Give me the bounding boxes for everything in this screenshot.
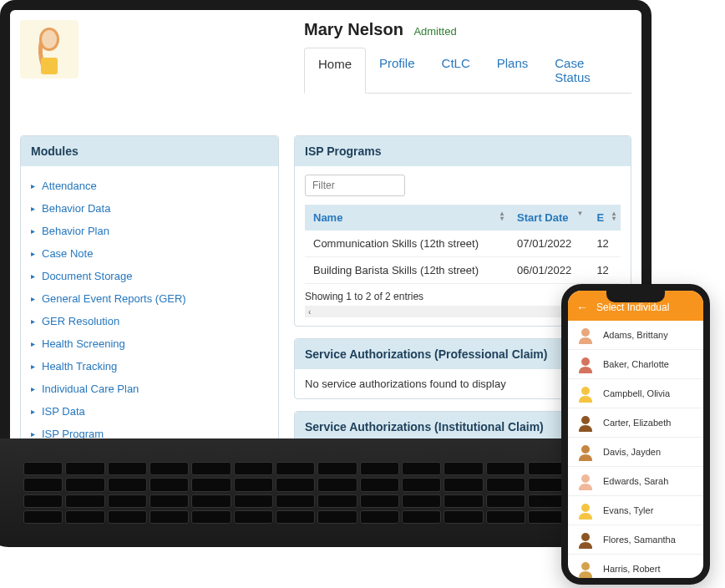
svg-point-3 xyxy=(581,328,590,337)
individual-item[interactable]: Harris, Robert xyxy=(568,555,703,584)
individual-item[interactable]: Evans, Tyler xyxy=(568,496,703,525)
keyboard-key xyxy=(150,494,189,508)
keyboard-key xyxy=(360,494,399,508)
filter-input[interactable] xyxy=(305,175,405,196)
keyboard-key xyxy=(108,478,147,491)
module-item[interactable]: Case Note xyxy=(31,242,268,265)
individual-name: Harris, Robert xyxy=(603,564,660,574)
phone-device: ← Select Individual Adams, BrittanyBaker… xyxy=(561,284,710,585)
keyboard-key xyxy=(108,494,147,508)
keyboard-key xyxy=(444,494,483,508)
individual-item[interactable]: Adams, Brittany xyxy=(568,321,703,350)
module-item[interactable]: General Event Reports (GER) xyxy=(31,287,268,310)
modules-panel: Modules AttendanceBehavior DataBehavior … xyxy=(20,135,279,438)
tab-case-status[interactable]: Case Status xyxy=(541,48,631,93)
column-header[interactable]: Start Date▼ xyxy=(509,205,588,231)
tab-profile[interactable]: Profile xyxy=(366,48,428,93)
keyboard-key xyxy=(402,478,441,491)
tab-plans[interactable]: Plans xyxy=(484,48,542,93)
keyboard-key xyxy=(65,510,104,524)
individual-name: Evans, Tyler xyxy=(603,505,653,515)
module-item[interactable]: Document Storage xyxy=(31,265,268,287)
keyboard-key xyxy=(360,462,399,475)
individual-avatar xyxy=(576,530,595,549)
phone-title: Select Individual xyxy=(596,302,669,313)
sort-icon[interactable]: ▼ xyxy=(576,211,583,216)
keyboard-key xyxy=(402,462,441,475)
individual-item[interactable]: Baker, Charlotte xyxy=(568,350,703,379)
module-item[interactable]: Individual Care Plan xyxy=(31,378,268,400)
individual-name: Campbell, Olivia xyxy=(603,388,670,398)
svg-point-6 xyxy=(581,416,590,424)
module-item[interactable]: GER Resolution xyxy=(31,310,268,332)
individual-item[interactable]: Campbell, Olivia xyxy=(568,379,703,408)
individual-item[interactable]: Carter, Elizabeth xyxy=(568,408,703,438)
keyboard-key xyxy=(65,478,104,491)
keyboard-key xyxy=(191,462,231,475)
column-header[interactable]: E▴▾ xyxy=(588,205,621,231)
keyboard-key xyxy=(276,494,315,508)
keyboard-key xyxy=(317,478,357,491)
keyboard-key xyxy=(23,478,63,491)
sort-icon[interactable]: ▴▾ xyxy=(500,211,504,221)
keyboard-key xyxy=(23,494,63,508)
svg-point-4 xyxy=(581,357,590,366)
table-cell: 12 xyxy=(588,257,621,284)
keyboard-key xyxy=(317,510,357,524)
table-cell: 06/01/2022 xyxy=(509,257,588,284)
table-cell: Communication Skills (12th street) xyxy=(305,231,509,257)
sort-icon[interactable]: ▴▾ xyxy=(612,211,616,221)
column-header[interactable]: Name▴▾ xyxy=(305,205,509,231)
module-item[interactable]: Attendance xyxy=(31,175,268,197)
tabs-bar: HomeProfileCtLCPlansCase Status xyxy=(304,48,631,94)
module-item[interactable]: ISP Program xyxy=(31,423,268,438)
module-item[interactable]: Health Tracking xyxy=(31,355,268,378)
keyboard-key xyxy=(108,462,147,475)
back-arrow-icon[interactable]: ← xyxy=(576,301,588,314)
table-row[interactable]: Communication Skills (12th street)07/01/… xyxy=(305,231,621,257)
individual-name: Carter, Elizabeth xyxy=(603,418,671,428)
isp-table: Name▴▾Start Date▼E▴▾ Communication Skill… xyxy=(305,205,621,284)
svg-point-2 xyxy=(42,30,57,48)
keyboard-key xyxy=(486,462,525,475)
module-item[interactable]: Behavior Data xyxy=(31,197,268,220)
individual-avatar xyxy=(576,355,595,373)
isp-header: ISP Programs xyxy=(295,136,631,166)
table-cell: 12 xyxy=(588,231,621,257)
keyboard-key xyxy=(317,462,357,475)
individual-name: Davis, Jayden xyxy=(603,447,661,457)
individual-item[interactable]: Edwards, Sarah xyxy=(568,467,703,496)
individual-avatar xyxy=(576,560,595,578)
individual-item[interactable]: Davis, Jayden xyxy=(568,438,703,467)
keyboard-key xyxy=(234,462,273,475)
keyboard-key xyxy=(444,478,483,491)
keyboard-key xyxy=(150,510,189,524)
keyboard-key xyxy=(360,510,399,524)
laptop-screen: Mary Nelson Admitted HomeProfileCtLCPlan… xyxy=(0,0,651,438)
individual-avatar xyxy=(576,472,595,490)
individual-name: Adams, Brittany xyxy=(603,330,668,340)
keyboard-key xyxy=(23,510,63,524)
module-item[interactable]: Behavior Plan xyxy=(31,220,268,242)
phone-notch xyxy=(606,291,665,302)
svg-point-5 xyxy=(581,387,590,395)
table-cell: 07/01/2022 xyxy=(509,231,588,257)
modules-list: AttendanceBehavior DataBehavior PlanCase… xyxy=(31,175,268,438)
svg-point-9 xyxy=(581,504,590,512)
individual-name: Flores, Samantha xyxy=(603,535,676,545)
keyboard-key xyxy=(444,462,483,475)
table-row[interactable]: Building Barista Skills (12th street)06/… xyxy=(305,257,621,284)
tab-home[interactable]: Home xyxy=(304,48,366,94)
keyboard-key xyxy=(486,494,525,508)
keyboard-key xyxy=(234,478,273,491)
tab-ctlc[interactable]: CtLC xyxy=(428,48,484,93)
modules-header: Modules xyxy=(21,136,278,166)
scroll-left-arrow[interactable]: ‹ xyxy=(305,307,314,317)
individual-avatar xyxy=(576,501,595,520)
individual-list: Adams, BrittanyBaker, CharlotteCampbell,… xyxy=(568,321,703,584)
module-item[interactable]: Health Screening xyxy=(31,332,268,355)
module-item[interactable]: ISP Data xyxy=(31,400,268,423)
individual-avatar xyxy=(576,326,595,344)
keyboard-key xyxy=(23,462,63,475)
individual-item[interactable]: Flores, Samantha xyxy=(568,525,703,555)
